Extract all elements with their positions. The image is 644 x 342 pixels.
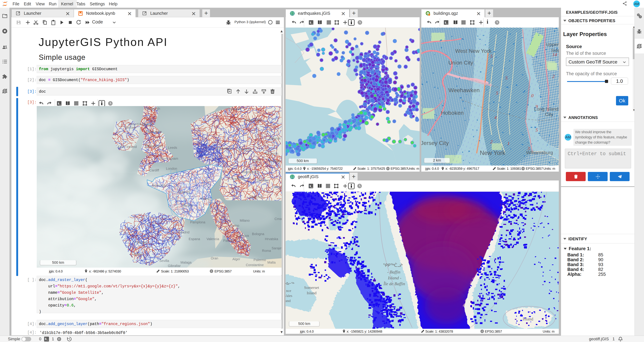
svg-text:ᐊᓕᖅ: ᐊᓕᖅ xyxy=(286,282,294,286)
svg-text:4: 4 xyxy=(494,115,496,120)
svg-text:Upper: Upper xyxy=(546,42,559,47)
svg-text:nce: nce xyxy=(286,289,291,293)
svg-text:Malaga: Malaga xyxy=(180,261,192,264)
svg-text:Szczecin: Szczecin xyxy=(265,152,278,155)
svg-text:Gdańsk: Gdańsk xyxy=(269,137,281,140)
svg-text:Portugal: Portugal xyxy=(134,241,147,244)
svg-text:Rennes: Rennes xyxy=(178,190,190,194)
svg-text:Cardiff: Cardiff xyxy=(149,168,159,172)
svg-text:Madrid: Madrid xyxy=(179,230,189,234)
svg-text:Malta: Malta xyxy=(268,261,276,264)
svg-text:Island: Island xyxy=(522,317,533,321)
svg-text:Milano: Milano xyxy=(240,219,250,222)
svg-text:Genova: Genova xyxy=(237,234,249,237)
svg-text:Roma: Roma xyxy=(262,249,271,253)
svg-text:Constantine: Constantine xyxy=(246,263,264,267)
svg-text:France: France xyxy=(201,197,211,201)
svg-text:9: 9 xyxy=(536,104,538,109)
svg-text:5: 5 xyxy=(496,90,498,96)
svg-text:- Baffin: - Baffin xyxy=(387,270,400,275)
svg-text:5: 5 xyxy=(505,75,508,81)
svg-text:London: London xyxy=(166,167,177,170)
svg-text:Union City: Union City xyxy=(448,60,473,66)
svg-text:Weehawken: Weehawken xyxy=(448,87,480,93)
svg-text:Birmingham: Birmingham xyxy=(160,157,178,160)
svg-text:$_: $_ xyxy=(310,21,313,24)
svg-text:München: München xyxy=(250,195,263,199)
svg-text:København: København xyxy=(244,118,262,122)
svg-text:$_: $_ xyxy=(445,21,448,24)
svg-text:Hrvatska: Hrvatska xyxy=(265,237,278,241)
svg-text:5: 5 xyxy=(490,54,492,59)
svg-text:Palermo: Palermo xyxy=(254,258,266,262)
svg-text:Hamburg: Hamburg xyxy=(238,147,252,151)
svg-text:Poznań: Poznań xyxy=(269,159,280,163)
svg-text:3: 3 xyxy=(527,146,530,151)
svg-text:Lisboa: Lisboa xyxy=(132,252,142,256)
svg-text:ᕿᑭᖅᑖᓗᒃ: ᕿᑭᖅᑖᓗᒃ xyxy=(383,263,403,268)
svg-text:Valencia: Valencia xyxy=(206,237,219,241)
svg-text:Belfast: Belfast xyxy=(126,126,136,129)
svg-text:Wrocław: Wrocław xyxy=(274,185,282,189)
svg-text:New York: New York xyxy=(480,149,506,156)
svg-text:Williamsburg: Williamsburg xyxy=(526,150,553,155)
svg-text:0: 0 xyxy=(531,93,534,98)
svg-text:Dresden: Dresden xyxy=(257,178,270,182)
svg-text:Eire / Ireland: Eire / Ireland xyxy=(118,145,137,149)
svg-text:14: 14 xyxy=(552,52,557,57)
svg-text:Nantes: Nantes xyxy=(182,204,193,207)
svg-text:Island: Island xyxy=(307,291,317,295)
svg-text:$_: $_ xyxy=(58,102,61,105)
svg-text:Berlin: Berlin xyxy=(252,158,260,162)
svg-text:Jersey City: Jersey City xyxy=(421,140,449,146)
svg-text:Espana: Espana xyxy=(189,237,200,241)
svg-text:2: 2 xyxy=(490,139,492,144)
svg-text:Oran: Oran xyxy=(211,256,218,260)
svg-text:Danmark: Danmark xyxy=(228,107,242,111)
svg-text:United Kingdom: United Kingdom xyxy=(129,122,152,126)
svg-text:Palma: Palma xyxy=(223,239,233,243)
svg-text:1: 1 xyxy=(507,141,510,146)
svg-text:Sevilla: Sevilla xyxy=(159,259,170,263)
svg-text:City: City xyxy=(545,112,553,117)
svg-text:5: 5 xyxy=(536,127,538,133)
svg-text:Sarajevo: Sarajevo xyxy=(272,246,282,250)
svg-text:Torino: Torino xyxy=(230,224,239,227)
svg-text:Groningen: Groningen xyxy=(217,147,232,150)
svg-text:Edinburgh: Edinburgh xyxy=(145,107,160,110)
svg-text:Frankfurt: Frankfurt xyxy=(231,177,245,180)
svg-text:Bologna: Bologna xyxy=(252,232,264,236)
svg-text:West New York: West New York xyxy=(455,48,492,54)
svg-text:Hoboken: Hoboken xyxy=(441,110,464,116)
svg-text:Vales: Vales xyxy=(286,294,292,298)
svg-text:Alger: Alger xyxy=(232,257,240,261)
svg-text:$_: $_ xyxy=(310,185,313,188)
svg-text:Magdeburg: Magdeburg xyxy=(241,170,258,174)
svg-text:Somerset: Somerset xyxy=(304,285,319,290)
svg-text:Island -: Island - xyxy=(388,276,401,280)
svg-text:Manchester: Manchester xyxy=(146,144,163,148)
svg-text:Crna G: Crna G xyxy=(274,217,282,221)
svg-text:2: 2 xyxy=(552,74,554,79)
svg-text:Guernsey: Guernsey xyxy=(152,183,166,187)
svg-text:Pamplona: Pamplona xyxy=(190,220,206,224)
svg-text:Gibraltar: Gibraltar xyxy=(168,264,181,268)
svg-text:Newcastle: Newcastle xyxy=(146,130,162,134)
svg-text:and: and xyxy=(286,299,291,303)
svg-text:Leeds: Leeds xyxy=(168,146,177,149)
svg-text:Île de Baffin: Île de Baffin xyxy=(384,281,405,286)
